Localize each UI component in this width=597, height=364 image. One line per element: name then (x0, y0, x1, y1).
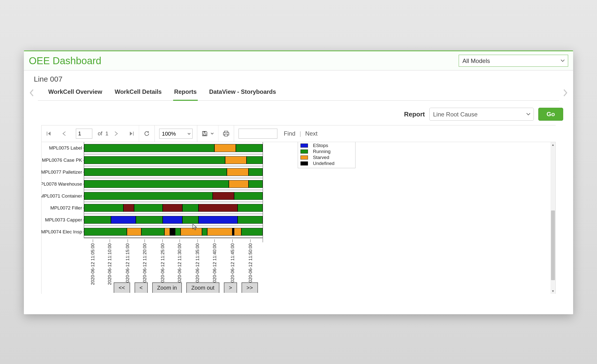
chart-nav: << < Zoom in Zoom out > >> (114, 282, 258, 293)
x-tick-label: 2020-06-12 11:30:00 (177, 243, 182, 285)
gantt-segment (175, 228, 181, 235)
zoom-select[interactable]: 100% (159, 129, 193, 139)
gantt-segment (236, 144, 263, 152)
gantt-row-label: MPL0073 Capper (45, 217, 82, 223)
gantt-row-label: MPL0078 Warehouse (41, 181, 82, 187)
gantt-row: MPL0074 Elec Insp (84, 226, 263, 238)
gantt-segment (199, 216, 238, 223)
last-page-icon[interactable] (129, 131, 134, 136)
gantt-segment (123, 204, 134, 211)
legend-swatch (300, 156, 308, 159)
save-icon[interactable] (202, 131, 208, 137)
tab-dataview-storyboards[interactable]: DataView - Storyboards (208, 85, 277, 101)
gantt-segment (234, 228, 241, 235)
gantt-row-label: MPL0076 Case PK (42, 157, 82, 163)
dashboard-panel: OEE Dashboard All Models Line 007 WorkCe… (24, 51, 573, 314)
print-icon[interactable] (223, 131, 229, 137)
zoom-out-button[interactable]: Zoom out (186, 282, 219, 293)
vertical-scrollbar[interactable]: ▲ ▼ (550, 142, 555, 294)
model-select-wrap: All Models (459, 55, 568, 67)
prev-page-icon[interactable] (62, 131, 66, 136)
gantt-segment (163, 204, 182, 211)
report-inner: MPL0075 LabelMPL0076 Case PKMPL0077 Pall… (42, 142, 550, 294)
gantt-row-label: MPL0074 Elec Insp (41, 229, 82, 235)
gantt-segment (234, 192, 263, 200)
gantt-segment (199, 204, 238, 211)
gantt-segment (84, 144, 214, 152)
tab-workcell-details[interactable]: WorkCell Details (114, 85, 163, 101)
nav-next-button[interactable]: > (224, 282, 237, 293)
gantt-segment (84, 180, 229, 188)
nav-last-button[interactable]: >> (242, 282, 258, 293)
tb-zoom: 100% (155, 125, 197, 142)
report-select[interactable]: Line Root Cause (429, 108, 534, 121)
legend-item: Undefined (300, 160, 353, 166)
gantt-segments (84, 144, 263, 152)
gantt-row-label: MPL0072 Filler (50, 205, 82, 211)
gantt-segment (84, 168, 227, 176)
gantt-row-label: MPL0075 Label (49, 145, 82, 151)
legend-label: Starved (313, 155, 329, 160)
gantt-segment (207, 228, 232, 235)
legend-item: EStops (300, 143, 353, 149)
gantt-row-label: MPL0077 Palletizer (41, 169, 82, 175)
gantt-segment (141, 228, 164, 235)
gantt-segments (84, 156, 263, 164)
svg-rect-1 (203, 131, 205, 133)
gantt-segment (182, 204, 199, 211)
header-bar: OEE Dashboard All Models (24, 51, 573, 70)
gantt-segments (84, 216, 263, 224)
legend: EStopsRunningStarvedUndefined (298, 142, 355, 168)
gantt-segment (84, 228, 127, 235)
gantt-segment (213, 192, 234, 200)
model-select[interactable]: All Models (459, 55, 568, 67)
legend-label: Undefined (313, 161, 335, 166)
of-text: of 1 (95, 130, 111, 137)
scroll-down-icon[interactable]: ▼ (550, 289, 555, 293)
next-link[interactable]: Next (305, 130, 317, 137)
tab-workcell-overview[interactable]: WorkCell Overview (47, 85, 103, 101)
gantt-segment (249, 180, 263, 188)
first-page-icon[interactable] (46, 131, 51, 136)
nav-prev-button[interactable]: < (135, 282, 148, 293)
report-toolbar: of 1 100% (41, 125, 556, 142)
find-links: Find | Next (280, 130, 318, 137)
legend-item: Starved (300, 155, 353, 160)
scroll-thumb[interactable] (551, 210, 555, 280)
tab-reports[interactable]: Reports (173, 85, 198, 101)
x-tick-label: 2020-06-12 11:05:00 (90, 243, 96, 285)
find-link[interactable]: Find (284, 130, 296, 137)
tabs-scroll-left[interactable] (28, 88, 35, 98)
nav-first-button[interactable]: << (114, 282, 130, 293)
next-page-icon[interactable] (114, 131, 118, 136)
tabs-scroll-right[interactable] (562, 88, 569, 98)
report-select-wrap: Line Root Cause (429, 108, 534, 121)
gantt-segment (136, 216, 163, 223)
find-input[interactable] (239, 129, 277, 139)
gantt-row: MPL0076 Case PK (84, 154, 263, 166)
gantt-segment (202, 228, 207, 235)
gantt-segment (164, 228, 170, 235)
svg-rect-0 (203, 134, 206, 135)
go-button[interactable]: Go (538, 108, 563, 121)
x-tick-label: 2020-06-12 11:10:00 (107, 243, 112, 285)
tb-refresh (139, 125, 155, 142)
scroll-up-icon[interactable]: ▲ (550, 143, 555, 147)
gantt-segment (238, 216, 263, 223)
tb-save (197, 125, 218, 142)
gantt-segment (214, 144, 236, 152)
gantt-segment (170, 228, 175, 235)
x-tick-label: 2020-06-12 11:45:00 (230, 243, 235, 285)
gantt-segment (84, 204, 123, 211)
tb-find: Find | Next (234, 125, 322, 142)
gantt-row: MPL0075 Label (84, 142, 263, 154)
page-input[interactable] (76, 129, 92, 139)
gantt-chart: MPL0075 LabelMPL0076 Case PKMPL0077 Pall… (84, 142, 263, 272)
refresh-icon[interactable] (144, 130, 150, 137)
zoom-in-button[interactable]: Zoom in (152, 282, 182, 293)
gantt-segment (247, 156, 263, 164)
gantt-segment (84, 192, 213, 200)
gantt-row: MPL0078 Warehouse (84, 178, 263, 190)
chevron-down-icon[interactable] (211, 133, 214, 135)
x-tick-label: 2020-06-12 11:20:00 (142, 243, 147, 285)
